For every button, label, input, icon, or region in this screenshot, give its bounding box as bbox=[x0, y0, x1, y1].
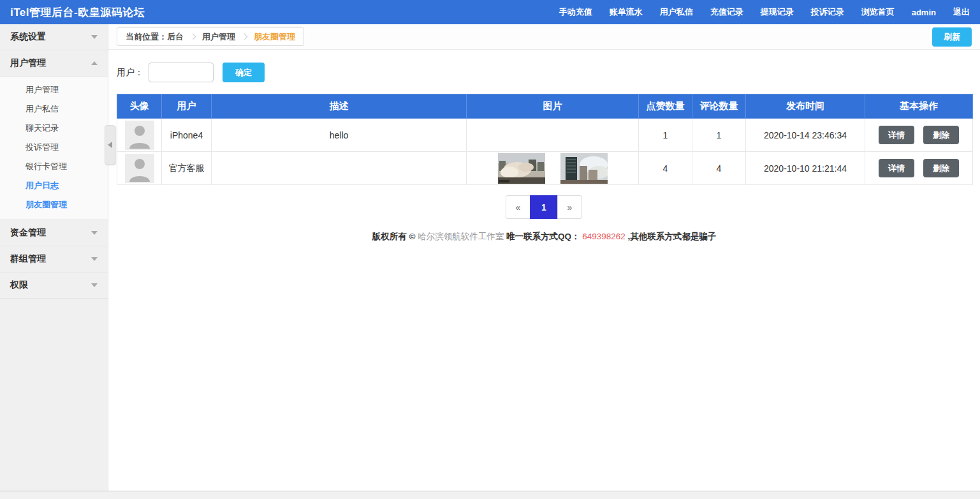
column-header-images: 图片 bbox=[467, 94, 639, 119]
chevron-down-icon bbox=[91, 283, 98, 287]
chevron-down-icon bbox=[91, 257, 98, 261]
avatar bbox=[125, 154, 154, 183]
taskbar-sliver bbox=[0, 491, 980, 499]
avatar bbox=[125, 121, 154, 150]
cell-images bbox=[467, 119, 639, 152]
refresh-button[interactable]: 刷新 bbox=[932, 27, 972, 47]
sidebar-group-label: 群组管理 bbox=[10, 253, 46, 265]
top-menu-item-bill-flow[interactable]: 账单流水 bbox=[610, 6, 643, 18]
detail-button[interactable]: 详情 bbox=[879, 159, 914, 177]
footer-warning-text: ,其他联系方式都是骗子 bbox=[628, 232, 717, 241]
table-header-row: 头像 用户 描述 图片 点赞数量 评论数量 发布时间 基本操作 bbox=[117, 94, 973, 119]
column-header-description: 描述 bbox=[212, 94, 467, 119]
app-title: iTel管理后台-欧皇源码论坛 bbox=[10, 5, 145, 20]
cell-actions: 详情 删除 bbox=[865, 119, 973, 152]
column-header-user: 用户 bbox=[162, 94, 212, 119]
pagination-prev[interactable]: « bbox=[506, 195, 530, 219]
app-window: iTel管理后台-欧皇源码论坛 手动充值 账单流水 用户私信 充值记录 提现记录… bbox=[0, 0, 980, 499]
column-header-actions: 基本操作 bbox=[865, 94, 973, 119]
cell-publish-time: 2020-10-10 21:21:44 bbox=[746, 152, 865, 185]
sidebar-group-label: 系统设置 bbox=[10, 31, 46, 43]
chevron-left-icon bbox=[108, 142, 112, 148]
column-header-avatar: 头像 bbox=[117, 94, 162, 119]
cell-likes: 4 bbox=[639, 152, 692, 185]
sidebar: 系统设置 用户管理 用户管理 用户私信 聊天记录 投诉管理 银行卡管理 用户日志… bbox=[0, 24, 108, 491]
main-content: 当前位置：后台 用户管理 朋友圈管理 刷新 用户： 确定 头像 用户 bbox=[108, 24, 980, 491]
footer-copyright: 版权所有 © 哈尔滨领航软件工作室 唯一联系方式QQ： 649398262 ,其… bbox=[108, 231, 980, 242]
breadcrumb-current-location: 当前位置：后台 bbox=[126, 31, 184, 43]
sidebar-item-user-logs[interactable]: 用户日志 bbox=[0, 176, 108, 195]
cell-actions: 详情 删除 bbox=[865, 152, 973, 185]
sidebar-item-moments-management[interactable]: 朋友圈管理 bbox=[0, 195, 108, 214]
top-menu-item-user-messages[interactable]: 用户私信 bbox=[660, 6, 693, 18]
table-row: iPhone4 hello 1 1 2020-10-14 23:46:34 详情… bbox=[117, 119, 973, 152]
footer-studio-name: 哈尔滨领航软件工作室 bbox=[418, 232, 504, 241]
footer-copyright-text: 版权所有 © bbox=[372, 232, 418, 241]
sidebar-item-group-management[interactable]: 群组管理 bbox=[0, 246, 108, 272]
breadcrumb-bar: 当前位置：后台 用户管理 朋友圈管理 刷新 bbox=[108, 24, 980, 50]
chevron-down-icon bbox=[91, 35, 98, 39]
breadcrumb-separator-icon bbox=[190, 33, 196, 40]
pagination-page-1[interactable]: 1 bbox=[530, 195, 558, 219]
delete-button[interactable]: 删除 bbox=[923, 159, 959, 177]
sidebar-group-label: 资金管理 bbox=[10, 227, 46, 239]
top-menu-item-complaint-records[interactable]: 投诉记录 bbox=[811, 6, 844, 18]
cell-description bbox=[212, 152, 467, 185]
sidebar-item-complaint-management[interactable]: 投诉管理 bbox=[0, 138, 108, 157]
breadcrumb-item-moments-management: 朋友圈管理 bbox=[254, 31, 295, 43]
top-menu-item-recharge-records[interactable]: 充值记录 bbox=[710, 6, 743, 18]
cell-description: hello bbox=[212, 119, 467, 152]
sidebar-submenu-user-management: 用户管理 用户私信 聊天记录 投诉管理 银行卡管理 用户日志 朋友圈管理 bbox=[0, 77, 108, 220]
detail-button[interactable]: 详情 bbox=[879, 126, 914, 144]
user-filter-input[interactable] bbox=[149, 63, 214, 82]
top-menu-item-admin[interactable]: admin bbox=[912, 8, 936, 17]
pagination: « 1 » bbox=[108, 195, 980, 219]
top-menu-item-manual-recharge[interactable]: 手动充值 bbox=[559, 6, 592, 18]
cell-user: 官方客服 bbox=[162, 152, 212, 185]
table-row: 官方客服 bbox=[117, 152, 973, 185]
post-image-thumbnail[interactable] bbox=[498, 153, 545, 184]
column-header-comments: 评论数量 bbox=[692, 94, 746, 119]
post-image-thumbnail[interactable] bbox=[560, 153, 608, 184]
sidebar-item-user-management[interactable]: 用户管理 bbox=[0, 80, 108, 100]
confirm-button[interactable]: 确定 bbox=[223, 63, 265, 82]
user-filter-label: 用户： bbox=[117, 67, 143, 78]
sidebar-item-chat-records[interactable]: 聊天记录 bbox=[0, 119, 108, 138]
sidebar-item-system-settings[interactable]: 系统设置 bbox=[0, 24, 108, 50]
sidebar-item-permissions[interactable]: 权限 bbox=[0, 272, 108, 299]
sidebar-item-user-messages[interactable]: 用户私信 bbox=[0, 100, 108, 119]
top-menu-item-withdraw-records[interactable]: 提现记录 bbox=[761, 6, 794, 18]
breadcrumb: 当前位置：后台 用户管理 朋友圈管理 bbox=[117, 27, 304, 46]
footer-contact-text: 唯一联系方式QQ： bbox=[506, 232, 582, 241]
breadcrumb-item-user-management[interactable]: 用户管理 bbox=[202, 31, 235, 43]
footer-qq-number: 649398262 bbox=[582, 232, 625, 241]
cell-likes: 1 bbox=[639, 119, 692, 152]
pagination-next[interactable]: » bbox=[557, 195, 582, 219]
sidebar-item-user-management-group[interactable]: 用户管理 bbox=[0, 50, 108, 77]
top-menu-item-logout[interactable]: 退出 bbox=[953, 6, 970, 18]
top-menu: 手动充值 账单流水 用户私信 充值记录 提现记录 投诉记录 浏览首页 admin… bbox=[559, 6, 970, 18]
chevron-up-icon bbox=[91, 61, 98, 65]
column-header-publish-time: 发布时间 bbox=[746, 94, 865, 119]
top-menu-item-browse-homepage[interactable]: 浏览首页 bbox=[861, 6, 895, 18]
column-header-likes: 点赞数量 bbox=[639, 94, 692, 119]
sidebar-group-label: 权限 bbox=[10, 279, 28, 291]
cell-images bbox=[467, 152, 639, 185]
cell-publish-time: 2020-10-14 23:46:34 bbox=[746, 119, 865, 152]
sidebar-group-label: 用户管理 bbox=[10, 57, 46, 69]
breadcrumb-separator-icon bbox=[242, 33, 248, 40]
chevron-down-icon bbox=[91, 231, 98, 235]
sidebar-collapse-handle[interactable] bbox=[105, 125, 115, 165]
cell-comments: 1 bbox=[692, 119, 746, 152]
delete-button[interactable]: 删除 bbox=[923, 126, 959, 144]
top-navbar: iTel管理后台-欧皇源码论坛 手动充值 账单流水 用户私信 充值记录 提现记录… bbox=[0, 0, 980, 24]
cell-user: iPhone4 bbox=[162, 119, 212, 152]
cell-comments: 4 bbox=[692, 152, 746, 185]
filter-bar: 用户： 确定 bbox=[108, 50, 980, 94]
moments-table: 头像 用户 描述 图片 点赞数量 评论数量 发布时间 基本操作 bbox=[117, 94, 973, 185]
sidebar-item-bank-card-management[interactable]: 银行卡管理 bbox=[0, 157, 108, 176]
sidebar-item-funds-management[interactable]: 资金管理 bbox=[0, 220, 108, 246]
